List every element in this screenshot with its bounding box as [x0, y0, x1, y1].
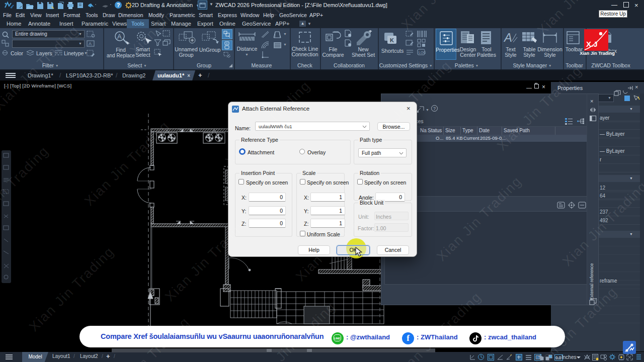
svg-text:X.J: X.J — [586, 40, 598, 48]
svg-text:LOG: LOG — [419, 51, 426, 54]
svg-text:K: K — [390, 37, 394, 43]
svg-text:A: A — [117, 33, 122, 40]
svg-text:Inches: Inches — [561, 354, 576, 360]
svg-text:A: A — [503, 31, 512, 44]
svg-text:A: A — [89, 41, 92, 46]
svg-text:0.0: 0.0 — [555, 355, 561, 360]
